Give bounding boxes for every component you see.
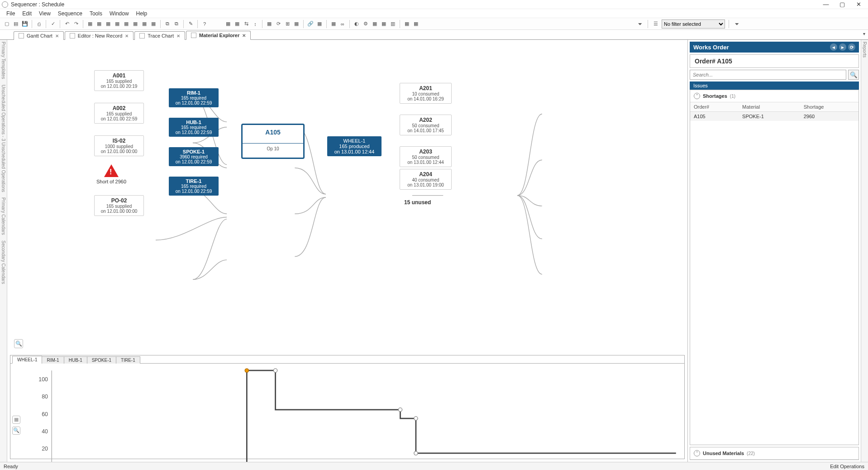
filter-config-icon[interactable]: ☰ [652, 20, 660, 28]
close-icon[interactable]: ✕ [176, 34, 180, 38]
chart-tab-tire1[interactable]: TIRE-1 [116, 356, 140, 364]
rail-reports[interactable]: Reports [862, 42, 867, 58]
panel-fwd-icon[interactable]: ► [839, 43, 846, 51]
table-row[interactable]: A105 SPOKE-1 2960 [690, 112, 858, 121]
shortage-warning[interactable]: Short of 2960 [96, 164, 126, 184]
menu-help[interactable]: Help [134, 10, 150, 18]
grid1-icon[interactable]: ▦ [86, 20, 94, 28]
cons-node-a201[interactable]: A20110 consumedon 14.01.00 16:29 [400, 83, 452, 104]
tool-i-icon[interactable]: ▦ [329, 20, 338, 28]
req-node-hub1[interactable]: HUB-1165 requiredon 12.01.00 22:59 [169, 118, 219, 137]
grid2-icon[interactable]: ▦ [95, 20, 103, 28]
tool-b-icon[interactable]: ▦ [233, 20, 241, 28]
tool-m-icon[interactable]: ▦ [403, 20, 411, 28]
filter-select[interactable]: No filter selected [662, 19, 725, 29]
chart-zoom-icon[interactable]: 🔍 [12, 427, 20, 435]
rail-primary-templates[interactable]: Primary Templates [1, 42, 6, 79]
menu-view[interactable]: View [36, 10, 53, 18]
undo-icon[interactable]: ↶ [63, 20, 71, 28]
supply-node-a001[interactable]: A001165 suppliedon 12.01.00 20:19 [94, 70, 144, 91]
rail-primary-calendars[interactable]: Primary Calendars [1, 197, 6, 235]
panel-back-icon[interactable]: ◄ [830, 43, 837, 51]
tool-e-icon[interactable]: ▦ [265, 20, 273, 28]
chart-icon[interactable]: ▥ [389, 20, 397, 28]
col-shortage[interactable]: Shortage [800, 102, 858, 112]
grid8-icon[interactable]: ▦ [149, 20, 157, 28]
chart-tab-spoke1[interactable]: SPOKE-1 [87, 356, 116, 364]
unused-materials-accordion[interactable]: ˅ Unused Materials(22) [690, 447, 858, 460]
close-icon[interactable]: ✕ [242, 33, 246, 38]
col-order[interactable]: Order# [690, 102, 739, 112]
link-icon[interactable]: 🔗 [306, 20, 315, 28]
funnel-icon[interactable]: ⏷ [636, 20, 644, 28]
material-diagram[interactable]: A001165 suppliedon 12.01.00 20:19 A00216… [10, 43, 685, 352]
tab-gantt-chart[interactable]: Gantt Chart✕ [14, 31, 64, 40]
shortages-accordion[interactable]: ˄ Shortages(1) [690, 90, 858, 102]
menu-file[interactable]: File [4, 10, 18, 18]
rail-unscheduled-ops[interactable]: Unscheduled Operations - 3 Unscheduled O… [1, 85, 6, 192]
panel-refresh-icon[interactable]: ⟳ [848, 43, 855, 51]
tool-g-icon[interactable]: ▦ [292, 20, 300, 28]
tool-a-icon[interactable]: ▦ [224, 20, 232, 28]
col-material[interactable]: Material [739, 102, 800, 112]
refresh-icon[interactable]: ⟳ [274, 20, 282, 28]
new-icon[interactable]: ▢ [3, 20, 11, 28]
close-button[interactable]: ✕ [854, 1, 863, 8]
tool-n-icon[interactable]: ▦ [412, 20, 420, 28]
zoom-icon[interactable]: 🔍 [14, 339, 23, 348]
chart-tab-wheel1[interactable]: WHEEL-1 [12, 356, 42, 364]
tool-j-icon[interactable]: ◐ [353, 20, 361, 28]
tool-k-icon[interactable]: ▦ [371, 20, 379, 28]
rail-secondary-calendars[interactable]: Secondary Calendars [1, 240, 6, 284]
chart-body[interactable]: ▦ 🔍 02040608010012.01.0000:0012.01.0008:… [10, 364, 684, 470]
menu-edit[interactable]: Edit [19, 10, 34, 18]
brush-icon[interactable]: ✎ [186, 20, 195, 28]
filter-clear-icon[interactable]: ⏷ [733, 20, 741, 28]
grid3-icon[interactable]: ▦ [104, 20, 112, 28]
redo-icon[interactable]: ↷ [72, 20, 80, 28]
produced-node-wheel1[interactable]: WHEEL-1165 producedon 13.01.00 12:44 [327, 136, 382, 156]
tool-l-icon[interactable]: ▦ [380, 20, 388, 28]
infinity-icon[interactable]: ∞ [339, 20, 347, 28]
tool-d-icon[interactable]: ↕ [251, 20, 259, 28]
tab-material-explorer[interactable]: Material Explorer✕ [186, 31, 251, 40]
paste-icon[interactable]: ⧉ [172, 20, 181, 28]
grid4-icon[interactable]: ▦ [113, 20, 121, 28]
gear-icon[interactable]: ⚙ [362, 20, 370, 28]
minimize-button[interactable]: — [822, 1, 830, 8]
chart-grid-icon[interactable]: ▦ [12, 416, 20, 424]
req-node-tire1[interactable]: TIRE-1165 requiredon 12.01.00 22:59 [169, 177, 219, 196]
grid7-icon[interactable]: ▦ [140, 20, 148, 28]
menu-sequence[interactable]: Sequence [55, 10, 85, 18]
cons-node-a202[interactable]: A20250 consumedon 14.01.00 17:45 [400, 115, 452, 135]
supply-node-po02[interactable]: PO-02165 suppliedon 12.01.00 00:00 [94, 195, 144, 216]
tab-trace-chart[interactable]: Trace Chart✕ [134, 31, 185, 40]
chart-tab-hub1[interactable]: HUB-1 [64, 356, 87, 364]
works-order-node[interactable]: A105Op 10 [241, 124, 305, 159]
supply-node-is02[interactable]: IS-021000 suppliedon 12.01.00 00:00 [94, 135, 144, 156]
grid5-icon[interactable]: ▦ [122, 20, 130, 28]
search-input[interactable] [690, 70, 846, 80]
supply-node-a002[interactable]: A002165 suppliedon 12.01.00 22:59 [94, 103, 144, 124]
check-icon[interactable]: ✓ [49, 20, 57, 28]
tab-editor[interactable]: Editor : New Record✕ [65, 31, 134, 40]
copy-icon[interactable]: ⧉ [163, 20, 172, 28]
help-icon[interactable]: ? [200, 20, 209, 28]
close-icon[interactable]: ✕ [55, 34, 59, 38]
menu-window[interactable]: Window [107, 10, 132, 18]
close-icon[interactable]: ✕ [125, 34, 129, 38]
chart-tab-rim1[interactable]: RIM-1 [42, 356, 64, 364]
cons-node-a204[interactable]: A20440 consumedon 13.01.00 19:00 [400, 169, 452, 190]
req-node-spoke1[interactable]: SPOKE-13960 requiredon 12.01.00 22:59 [169, 147, 219, 166]
tab-overflow-icon[interactable]: ▾ [863, 31, 865, 36]
status-right[interactable]: Edit Operations [830, 464, 864, 469]
print-icon[interactable]: ⎙ [35, 20, 43, 28]
save-icon[interactable]: 💾 [21, 20, 29, 28]
cons-node-a203[interactable]: A20350 consumedon 13.01.00 12:44 [400, 146, 452, 167]
req-node-rim1[interactable]: RIM-1165 requiredon 12.01.00 22:59 [169, 88, 219, 107]
maximize-button[interactable]: ▢ [838, 1, 846, 8]
grid6-icon[interactable]: ▦ [131, 20, 139, 28]
tool-f-icon[interactable]: ⊞ [283, 20, 291, 28]
tool-c-icon[interactable]: ⇆ [242, 20, 250, 28]
menu-tools[interactable]: Tools [87, 10, 105, 18]
